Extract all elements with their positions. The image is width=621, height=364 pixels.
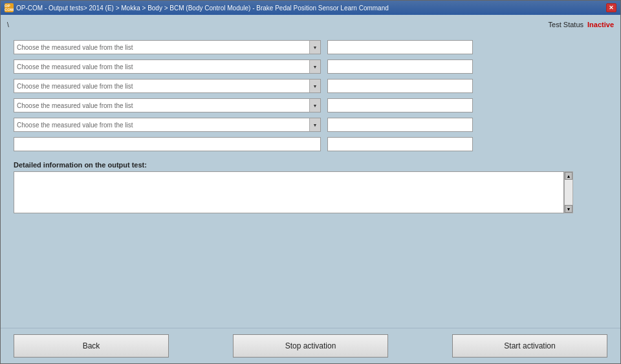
- main-window: OPCOM OP-COM - Output tests> 2014 (E) > …: [0, 0, 621, 364]
- content-area: \ Test Status Inactive Choose the measur…: [1, 15, 620, 363]
- top-bar: \ Test Status Inactive: [1, 15, 620, 34]
- dropdown-wrapper-1: Choose the measured value from the list: [14, 40, 321, 54]
- input-row-5: Choose the measured value from the list: [14, 117, 607, 133]
- test-status-area: Test Status Inactive: [549, 21, 614, 28]
- title-bar: OPCOM OP-COM - Output tests> 2014 (E) > …: [1, 1, 620, 15]
- detail-textarea[interactable]: [14, 171, 564, 213]
- scroll-up-button[interactable]: ▲: [565, 172, 572, 180]
- dropdown-1[interactable]: Choose the measured value from the list: [14, 40, 321, 54]
- value-field-2[interactable]: [327, 59, 473, 74]
- value-field-3[interactable]: [327, 79, 473, 93]
- title-bar-left: OPCOM OP-COM - Output tests> 2014 (E) > …: [5, 3, 389, 12]
- close-button[interactable]: ✕: [606, 3, 616, 12]
- dropdown-2[interactable]: Choose the measured value from the list: [14, 59, 321, 74]
- detail-label: Detailed information on the output test:: [14, 161, 607, 169]
- stop-activation-button[interactable]: Stop activation: [233, 334, 388, 358]
- breadcrumb: \: [7, 21, 9, 28]
- value-field-4[interactable]: [327, 98, 473, 112]
- input-row-4: Choose the measured value from the list: [14, 98, 607, 113]
- window-title: OP-COM - Output tests> 2014 (E) > Mokka …: [16, 5, 389, 12]
- input-row-3: Choose the measured value from the list: [14, 78, 607, 94]
- detail-scrollbar: ▲ ▼: [564, 171, 573, 213]
- scroll-down-button[interactable]: ▼: [565, 205, 572, 213]
- value-field-5[interactable]: [327, 118, 473, 132]
- test-status-label: Test Status: [549, 21, 583, 28]
- dropdown-group: Choose the measured value from the list …: [14, 39, 607, 152]
- scroll-track: [565, 180, 572, 205]
- detail-section: Detailed information on the output test:…: [14, 161, 607, 213]
- value-field-1[interactable]: [327, 40, 473, 54]
- text-field-left[interactable]: [14, 137, 321, 151]
- dropdown-wrapper-4: Choose the measured value from the list: [14, 98, 321, 112]
- dropdown-4[interactable]: Choose the measured value from the list: [14, 98, 321, 112]
- input-row-2: Choose the measured value from the list: [14, 59, 607, 74]
- button-bar: Back Stop activation Start activation: [1, 328, 620, 363]
- main-content: Choose the measured value from the list …: [1, 34, 620, 328]
- detail-textarea-wrapper: ▲ ▼: [14, 171, 573, 213]
- dropdown-3[interactable]: Choose the measured value from the list: [14, 79, 321, 93]
- start-activation-button[interactable]: Start activation: [452, 334, 607, 358]
- dropdown-wrapper-5: Choose the measured value from the list: [14, 118, 321, 132]
- text-field-right[interactable]: [327, 137, 473, 151]
- back-button[interactable]: Back: [14, 334, 169, 358]
- dropdown-wrapper-3: Choose the measured value from the list: [14, 79, 321, 93]
- input-row-1: Choose the measured value from the list: [14, 39, 607, 55]
- app-icon: OPCOM: [5, 3, 14, 12]
- dropdown-5[interactable]: Choose the measured value from the list: [14, 118, 321, 132]
- dropdown-wrapper-2: Choose the measured value from the list: [14, 59, 321, 74]
- test-status-value: Inactive: [587, 21, 614, 28]
- text-row-6: [14, 136, 607, 152]
